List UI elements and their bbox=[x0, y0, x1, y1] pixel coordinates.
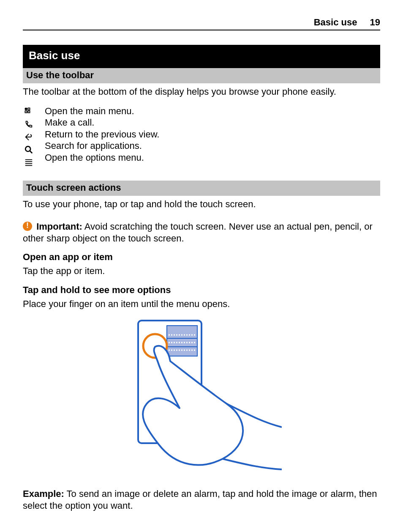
example-block: Example: To send an image or delete an a… bbox=[23, 488, 380, 511]
important-label: Important: bbox=[36, 221, 82, 232]
svg-rect-11 bbox=[167, 326, 197, 356]
toolbar-item-label: Open the main menu. bbox=[45, 105, 159, 117]
running-header: Basic use 19 bbox=[23, 17, 380, 30]
svg-line-5 bbox=[30, 151, 33, 153]
toolbar-label-column: Open the main menu. Make a call. Return … bbox=[45, 105, 159, 169]
important-icon bbox=[23, 222, 32, 231]
svg-rect-1 bbox=[28, 108, 30, 110]
svg-point-0 bbox=[25, 108, 27, 110]
hold-text: Place your finger on an item until the m… bbox=[23, 298, 380, 310]
menu-grid-icon bbox=[24, 107, 33, 118]
important-note: Important: Avoid scratching the touch sc… bbox=[23, 221, 380, 244]
toolbar-items: Open the main menu. Make a call. Return … bbox=[23, 105, 380, 169]
toolbar-item-label: Make a call. bbox=[45, 117, 159, 129]
search-icon bbox=[24, 145, 33, 156]
example-label: Example: bbox=[23, 488, 64, 499]
section-title-toolbar: Use the toolbar bbox=[23, 68, 380, 83]
toolbar-icon-column bbox=[23, 105, 35, 169]
open-text: Tap the app or item. bbox=[23, 265, 380, 277]
svg-rect-2 bbox=[25, 111, 27, 112]
back-arrow-icon bbox=[24, 132, 33, 143]
call-icon bbox=[24, 120, 33, 131]
document-page: Basic use 19 Basic use Use the toolbar T… bbox=[0, 0, 403, 532]
section-title-touch: Touch screen actions bbox=[23, 181, 380, 196]
hold-heading: Tap and hold to see more options bbox=[23, 285, 380, 296]
example-text: To send an image or delete an alarm, tap… bbox=[23, 488, 377, 511]
options-icon bbox=[24, 158, 33, 169]
svg-point-4 bbox=[25, 146, 30, 151]
running-header-title: Basic use bbox=[314, 17, 357, 27]
toolbar-item-label: Return to the previous view. bbox=[45, 129, 159, 140]
touch-intro: To use your phone, tap or tap and hold t… bbox=[23, 198, 380, 210]
svg-rect-3 bbox=[28, 111, 30, 112]
toolbar-item-label: Open the options menu. bbox=[45, 152, 159, 164]
chapter-title: Basic use bbox=[23, 45, 380, 68]
toolbar-item-label: Search for applications. bbox=[45, 140, 159, 152]
toolbar-intro: The toolbar at the bottom of the display… bbox=[23, 86, 380, 98]
open-heading: Open an app or item bbox=[23, 252, 380, 263]
tap-and-hold-figure bbox=[23, 317, 380, 478]
page-number: 19 bbox=[370, 17, 380, 28]
